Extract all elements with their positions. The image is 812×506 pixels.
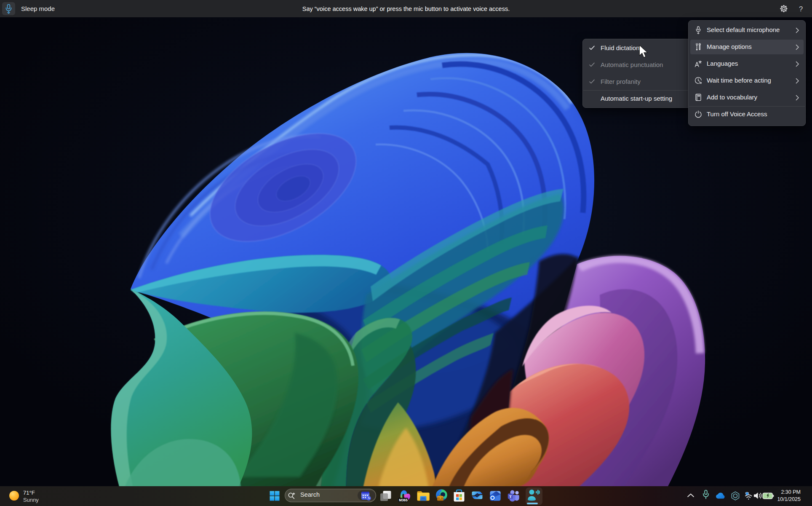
svg-text:M365: M365	[399, 498, 408, 502]
svg-text:T: T	[509, 494, 512, 499]
svg-text:?: ?	[799, 5, 803, 13]
